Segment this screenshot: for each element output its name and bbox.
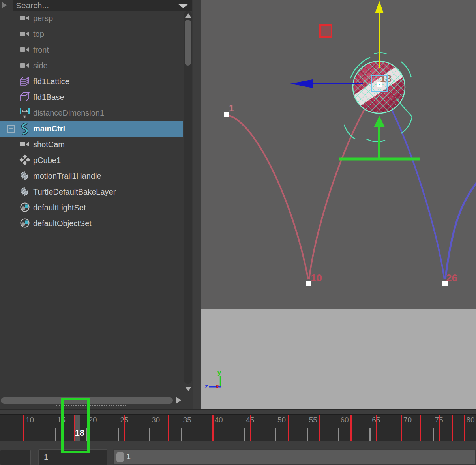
frame-tick-35 [181,428,182,441]
keyframe-tick-80[interactable] [464,415,465,441]
expand-icon[interactable] [7,125,15,133]
lattice-base-icon [19,91,31,103]
object-set-icon [19,202,31,214]
lattice-icon [19,75,31,87]
frame-label-40: 40 [215,416,223,424]
distance-dimension-icon [19,107,31,119]
search-input[interactable] [16,0,174,11]
outliner-list: persptopfrontsideffd1Latticeffd1Basedist… [0,10,183,401]
frame-tick-45 [244,428,245,441]
outliner-item-label: front [33,45,49,54]
frame-label-30: 30 [152,416,160,424]
frame-label-10: 10 [26,416,34,424]
outliner-item-top[interactable]: top [0,26,183,42]
outliner-item-label: defaultObjectSet [33,219,92,228]
outliner-item-mainCtrl[interactable]: mainCtrl [0,121,183,137]
outliner-item-label: pCube1 [33,156,61,165]
scroll-right-icon[interactable] [176,397,181,404]
camera-icon [19,44,31,56]
svg-text:x: x [216,383,219,390]
camera-icon [19,139,31,150]
frame-tick-60 [338,428,339,441]
character-set-field[interactable] [0,450,31,465]
scroll-up-icon[interactable] [185,13,191,18]
frame-label-55: 55 [309,416,317,424]
outliner-item-label: defaultLightSet [33,203,86,212]
keyframe-tick-66[interactable] [376,415,377,441]
poly-cube-icon [19,154,31,166]
frame-label-60: 60 [341,416,349,424]
keyframe-tick-57[interactable] [319,415,320,441]
curve-icon [19,123,31,135]
frame-tick-50 [275,428,276,441]
frame-label-50: 50 [277,416,286,424]
outliner-item-defaultLightSet[interactable]: defaultLightSet [0,200,183,216]
frame-label-70: 70 [403,416,412,424]
outliner-item-persp[interactable]: persp [0,10,183,26]
outliner-item-front[interactable]: front [0,42,183,58]
panel-menu-arrow-icon[interactable] [2,2,7,9]
keyframe-tick-62[interactable] [350,415,352,441]
keyframe-tick-40[interactable] [212,415,214,441]
outliner-item-label: motionTrail1Handle [33,172,101,181]
outliner-panel: persptopfrontsideffd1Latticeffd1Basedist… [0,0,193,409]
outliner-search-box [13,0,192,11]
camera-icon [19,60,31,71]
object-set-icon [19,218,31,229]
svg-text:26: 26 [446,272,457,284]
keyframe-tick-10[interactable] [23,415,24,441]
keyframe-tick-70[interactable] [401,415,402,441]
outliner-item-label: mainCtrl [33,124,65,133]
outliner-item-shotCam[interactable]: shotCam [0,137,183,152]
frame-tick-15 [55,428,56,441]
keyframe-tick-73[interactable] [420,415,421,441]
camera-icon [19,12,31,24]
frame-label-20: 20 [89,416,97,424]
search-dropdown-icon[interactable] [178,4,189,8]
svg-text:z: z [205,383,208,390]
scroll-down-icon[interactable] [185,387,191,391]
frame-label-35: 35 [183,416,191,424]
outliner-item-label: TurtleDefaultBakeLayer [33,188,116,197]
outliner-item-ffd1Lattice[interactable]: ffd1Lattice [0,73,183,89]
outliner-item-defaultObjectSet[interactable]: defaultObjectSet [0,216,183,231]
outliner-item-pCube1[interactable]: pCube1 [0,152,183,168]
keyframe-tick-76[interactable] [439,415,440,441]
3d-viewport[interactable]: 18 1 10 26 [201,0,476,409]
range-slider[interactable]: 1 [113,449,476,465]
range-start-label: 1 [126,452,131,461]
keyframe-tick-78[interactable] [452,415,453,441]
outliner-item-distanceDimension1[interactable]: distanceDimension1 [0,105,183,121]
outliner-item-label: ffd1Base [33,93,64,102]
motion-trail-icon [19,170,31,182]
keyframe-tick-52[interactable] [288,415,289,441]
keyframe-tick-46[interactable] [250,415,251,441]
panel-divider[interactable] [193,0,201,409]
bake-layer-icon [19,186,31,198]
frame-tick-30 [149,428,150,441]
outliner-item-label: top [33,30,44,39]
vertical-scrollbar-thumb[interactable] [185,20,191,66]
outliner-item-label: distanceDimension1 [33,109,104,118]
outliner-item-label: side [33,61,48,70]
svg-text:10: 10 [311,272,322,284]
frame-tick-75 [433,428,434,441]
range-slider-handle[interactable] [116,452,124,462]
frame-tick-65 [369,428,371,441]
ground-plane [201,309,476,409]
outliner-item-label: persp [33,14,53,23]
outliner-item-label: shotCam [33,140,65,149]
frame-tick-25 [118,428,119,441]
svg-text:y: y [217,369,221,376]
annotation-highlight-box [61,398,90,453]
vertical-scrollbar-track[interactable] [184,11,192,384]
outliner-item-motionTrail1Handle[interactable]: motionTrail1Handle [0,168,183,184]
red-locator-square[interactable] [320,25,332,37]
keyframe-tick-26[interactable] [124,415,125,441]
outliner-item-ffd1Base[interactable]: ffd1Base [0,89,183,105]
outliner-item-label: ffd1Lattice [33,77,69,86]
camera-icon [19,28,31,40]
keyframe-tick-33[interactable] [168,415,169,441]
outliner-item-side[interactable]: side [0,58,183,73]
outliner-item-TurtleDefaultBakeLayer[interactable]: TurtleDefaultBakeLayer [0,184,183,200]
